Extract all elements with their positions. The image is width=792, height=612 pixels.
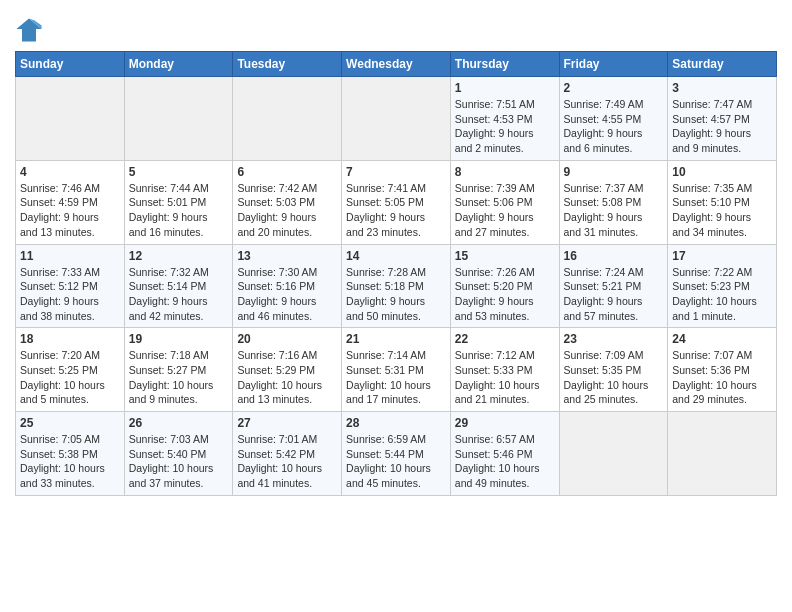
- calendar-cell: 27Sunrise: 7:01 AM Sunset: 5:42 PM Dayli…: [233, 412, 342, 496]
- calendar-cell: [16, 77, 125, 161]
- header-day-wednesday: Wednesday: [342, 52, 451, 77]
- day-detail: Sunrise: 7:12 AM Sunset: 5:33 PM Dayligh…: [455, 348, 555, 407]
- day-detail: Sunrise: 7:42 AM Sunset: 5:03 PM Dayligh…: [237, 181, 337, 240]
- day-detail: Sunrise: 7:44 AM Sunset: 5:01 PM Dayligh…: [129, 181, 229, 240]
- calendar-cell: 22Sunrise: 7:12 AM Sunset: 5:33 PM Dayli…: [450, 328, 559, 412]
- day-number: 27: [237, 416, 337, 430]
- day-detail: Sunrise: 6:59 AM Sunset: 5:44 PM Dayligh…: [346, 432, 446, 491]
- calendar-cell: 5Sunrise: 7:44 AM Sunset: 5:01 PM Daylig…: [124, 160, 233, 244]
- day-detail: Sunrise: 7:39 AM Sunset: 5:06 PM Dayligh…: [455, 181, 555, 240]
- day-detail: Sunrise: 7:20 AM Sunset: 5:25 PM Dayligh…: [20, 348, 120, 407]
- calendar-cell: 26Sunrise: 7:03 AM Sunset: 5:40 PM Dayli…: [124, 412, 233, 496]
- day-detail: Sunrise: 7:28 AM Sunset: 5:18 PM Dayligh…: [346, 265, 446, 324]
- day-detail: Sunrise: 7:22 AM Sunset: 5:23 PM Dayligh…: [672, 265, 772, 324]
- day-number: 3: [672, 81, 772, 95]
- calendar-cell: 17Sunrise: 7:22 AM Sunset: 5:23 PM Dayli…: [668, 244, 777, 328]
- day-number: 15: [455, 249, 555, 263]
- calendar-cell: 29Sunrise: 6:57 AM Sunset: 5:46 PM Dayli…: [450, 412, 559, 496]
- day-number: 6: [237, 165, 337, 179]
- day-detail: Sunrise: 7:16 AM Sunset: 5:29 PM Dayligh…: [237, 348, 337, 407]
- day-detail: Sunrise: 7:24 AM Sunset: 5:21 PM Dayligh…: [564, 265, 664, 324]
- calendar-row-3: 18Sunrise: 7:20 AM Sunset: 5:25 PM Dayli…: [16, 328, 777, 412]
- calendar-cell: 12Sunrise: 7:32 AM Sunset: 5:14 PM Dayli…: [124, 244, 233, 328]
- header-day-saturday: Saturday: [668, 52, 777, 77]
- calendar-table: SundayMondayTuesdayWednesdayThursdayFrid…: [15, 51, 777, 496]
- header-day-thursday: Thursday: [450, 52, 559, 77]
- logo-icon: [15, 15, 43, 43]
- day-number: 10: [672, 165, 772, 179]
- day-number: 9: [564, 165, 664, 179]
- calendar-cell: [124, 77, 233, 161]
- calendar-cell: 6Sunrise: 7:42 AM Sunset: 5:03 PM Daylig…: [233, 160, 342, 244]
- day-detail: Sunrise: 7:07 AM Sunset: 5:36 PM Dayligh…: [672, 348, 772, 407]
- calendar-cell: 7Sunrise: 7:41 AM Sunset: 5:05 PM Daylig…: [342, 160, 451, 244]
- header-day-monday: Monday: [124, 52, 233, 77]
- day-detail: Sunrise: 7:18 AM Sunset: 5:27 PM Dayligh…: [129, 348, 229, 407]
- day-detail: Sunrise: 7:37 AM Sunset: 5:08 PM Dayligh…: [564, 181, 664, 240]
- calendar-header-row: SundayMondayTuesdayWednesdayThursdayFrid…: [16, 52, 777, 77]
- day-number: 5: [129, 165, 229, 179]
- calendar-cell: 20Sunrise: 7:16 AM Sunset: 5:29 PM Dayli…: [233, 328, 342, 412]
- calendar-cell: 10Sunrise: 7:35 AM Sunset: 5:10 PM Dayli…: [668, 160, 777, 244]
- day-detail: Sunrise: 7:03 AM Sunset: 5:40 PM Dayligh…: [129, 432, 229, 491]
- day-detail: Sunrise: 7:49 AM Sunset: 4:55 PM Dayligh…: [564, 97, 664, 156]
- day-detail: Sunrise: 6:57 AM Sunset: 5:46 PM Dayligh…: [455, 432, 555, 491]
- day-number: 17: [672, 249, 772, 263]
- calendar-cell: 11Sunrise: 7:33 AM Sunset: 5:12 PM Dayli…: [16, 244, 125, 328]
- day-detail: Sunrise: 7:46 AM Sunset: 4:59 PM Dayligh…: [20, 181, 120, 240]
- day-detail: Sunrise: 7:47 AM Sunset: 4:57 PM Dayligh…: [672, 97, 772, 156]
- day-detail: Sunrise: 7:51 AM Sunset: 4:53 PM Dayligh…: [455, 97, 555, 156]
- calendar-cell: 19Sunrise: 7:18 AM Sunset: 5:27 PM Dayli…: [124, 328, 233, 412]
- day-number: 16: [564, 249, 664, 263]
- day-number: 25: [20, 416, 120, 430]
- calendar-cell: 21Sunrise: 7:14 AM Sunset: 5:31 PM Dayli…: [342, 328, 451, 412]
- day-number: 2: [564, 81, 664, 95]
- calendar-cell: [559, 412, 668, 496]
- calendar-cell: [233, 77, 342, 161]
- day-number: 12: [129, 249, 229, 263]
- day-number: 22: [455, 332, 555, 346]
- calendar-cell: 1Sunrise: 7:51 AM Sunset: 4:53 PM Daylig…: [450, 77, 559, 161]
- day-number: 24: [672, 332, 772, 346]
- calendar-cell: 2Sunrise: 7:49 AM Sunset: 4:55 PM Daylig…: [559, 77, 668, 161]
- day-detail: Sunrise: 7:33 AM Sunset: 5:12 PM Dayligh…: [20, 265, 120, 324]
- header-day-sunday: Sunday: [16, 52, 125, 77]
- header-day-tuesday: Tuesday: [233, 52, 342, 77]
- day-number: 11: [20, 249, 120, 263]
- day-detail: Sunrise: 7:05 AM Sunset: 5:38 PM Dayligh…: [20, 432, 120, 491]
- day-number: 13: [237, 249, 337, 263]
- calendar-cell: 28Sunrise: 6:59 AM Sunset: 5:44 PM Dayli…: [342, 412, 451, 496]
- day-number: 29: [455, 416, 555, 430]
- header-day-friday: Friday: [559, 52, 668, 77]
- calendar-row-1: 4Sunrise: 7:46 AM Sunset: 4:59 PM Daylig…: [16, 160, 777, 244]
- calendar-cell: 9Sunrise: 7:37 AM Sunset: 5:08 PM Daylig…: [559, 160, 668, 244]
- day-number: 23: [564, 332, 664, 346]
- day-number: 20: [237, 332, 337, 346]
- calendar-row-0: 1Sunrise: 7:51 AM Sunset: 4:53 PM Daylig…: [16, 77, 777, 161]
- calendar-cell: [668, 412, 777, 496]
- day-number: 8: [455, 165, 555, 179]
- calendar-cell: 3Sunrise: 7:47 AM Sunset: 4:57 PM Daylig…: [668, 77, 777, 161]
- day-number: 28: [346, 416, 446, 430]
- day-number: 26: [129, 416, 229, 430]
- day-number: 1: [455, 81, 555, 95]
- day-number: 4: [20, 165, 120, 179]
- calendar-row-4: 25Sunrise: 7:05 AM Sunset: 5:38 PM Dayli…: [16, 412, 777, 496]
- day-number: 14: [346, 249, 446, 263]
- day-number: 19: [129, 332, 229, 346]
- day-detail: Sunrise: 7:35 AM Sunset: 5:10 PM Dayligh…: [672, 181, 772, 240]
- calendar-cell: 8Sunrise: 7:39 AM Sunset: 5:06 PM Daylig…: [450, 160, 559, 244]
- day-number: 18: [20, 332, 120, 346]
- calendar-cell: 4Sunrise: 7:46 AM Sunset: 4:59 PM Daylig…: [16, 160, 125, 244]
- day-detail: Sunrise: 7:41 AM Sunset: 5:05 PM Dayligh…: [346, 181, 446, 240]
- calendar-cell: 14Sunrise: 7:28 AM Sunset: 5:18 PM Dayli…: [342, 244, 451, 328]
- calendar-row-2: 11Sunrise: 7:33 AM Sunset: 5:12 PM Dayli…: [16, 244, 777, 328]
- header: [15, 10, 777, 43]
- calendar-body: 1Sunrise: 7:51 AM Sunset: 4:53 PM Daylig…: [16, 77, 777, 496]
- calendar-cell: 15Sunrise: 7:26 AM Sunset: 5:20 PM Dayli…: [450, 244, 559, 328]
- day-detail: Sunrise: 7:09 AM Sunset: 5:35 PM Dayligh…: [564, 348, 664, 407]
- calendar-cell: 16Sunrise: 7:24 AM Sunset: 5:21 PM Dayli…: [559, 244, 668, 328]
- day-number: 7: [346, 165, 446, 179]
- calendar-cell: 13Sunrise: 7:30 AM Sunset: 5:16 PM Dayli…: [233, 244, 342, 328]
- calendar-cell: 18Sunrise: 7:20 AM Sunset: 5:25 PM Dayli…: [16, 328, 125, 412]
